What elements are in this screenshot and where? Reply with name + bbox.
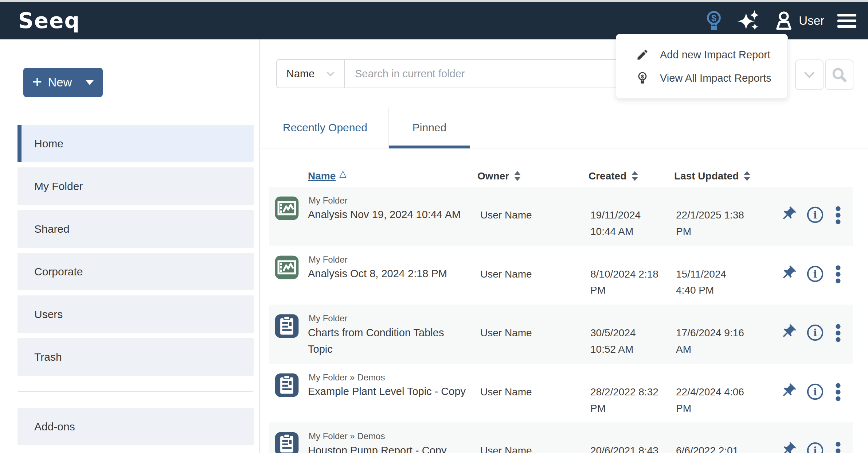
search-icon bbox=[831, 66, 848, 83]
sidebar-item-trash[interactable]: Trash bbox=[17, 338, 254, 376]
item-created: 8/10/2024 2:18 PM bbox=[589, 251, 674, 299]
info-icon: i bbox=[806, 324, 824, 342]
topic-icon bbox=[273, 313, 300, 341]
top-navbar: Seeq $ User bbox=[0, 0, 868, 39]
sidebar-item-users[interactable]: Users bbox=[17, 295, 254, 333]
info-button[interactable]: i bbox=[806, 206, 824, 224]
hamburger-menu-icon[interactable] bbox=[837, 12, 857, 29]
more-options-button[interactable] bbox=[834, 265, 842, 284]
info-button[interactable]: i bbox=[806, 441, 824, 453]
item-owner: User Name bbox=[477, 427, 589, 453]
pin-button[interactable] bbox=[780, 441, 797, 453]
impact-report-lightbulb-icon[interactable]: $ bbox=[703, 9, 724, 32]
new-button-label: New bbox=[48, 76, 72, 89]
new-button[interactable]: + New bbox=[23, 68, 103, 97]
item-name[interactable]: Example Plant Level Topic - Copy bbox=[308, 383, 468, 400]
pencil-icon bbox=[636, 48, 649, 61]
tab-recently-opened[interactable]: Recently Opened bbox=[276, 108, 388, 148]
sidebar-item-add-ons[interactable]: Add-ons bbox=[17, 408, 254, 445]
info-icon: i bbox=[806, 265, 824, 283]
user-menu[interactable]: User bbox=[773, 10, 824, 31]
item-updated: 22/1/2025 1:38 PM bbox=[674, 192, 765, 240]
sidebar: + New Home My Folder Shared Corporate Us… bbox=[0, 39, 260, 453]
topic-icon bbox=[273, 372, 300, 400]
item-name[interactable]: Charts from Condition Tables Topic bbox=[308, 325, 468, 357]
analysis-icon bbox=[273, 195, 300, 223]
item-created: 28/2/2022 8:32 PM bbox=[589, 369, 674, 417]
item-folder-path: My Folder bbox=[308, 195, 477, 206]
analysis-icon bbox=[273, 254, 300, 282]
pin-icon bbox=[780, 441, 797, 453]
sidebar-item-my-folder[interactable]: My Folder bbox=[17, 167, 254, 205]
table-row[interactable]: My Folder » Demos Houston Pump Report - … bbox=[269, 422, 853, 453]
table-row[interactable]: My Folder Analysis Oct 8, 2024 2:18 PM U… bbox=[269, 246, 853, 305]
column-header-created[interactable]: Created bbox=[589, 170, 674, 182]
sort-icon[interactable] bbox=[514, 171, 521, 182]
column-header-name[interactable]: Name△ bbox=[308, 170, 477, 182]
sort-icon[interactable] bbox=[632, 171, 638, 182]
item-name[interactable]: Houston Pump Report - Copy bbox=[308, 442, 468, 453]
info-icon: i bbox=[806, 206, 824, 224]
info-button[interactable]: i bbox=[806, 324, 824, 342]
navbar-actions: $ User bbox=[703, 9, 857, 32]
pin-icon bbox=[780, 383, 797, 399]
sidebar-item-corporate[interactable]: Corporate bbox=[17, 253, 254, 290]
pin-icon bbox=[780, 324, 797, 340]
item-updated: 6/6/2022 2:01 PM bbox=[674, 427, 765, 453]
menu-item-view-impact-reports[interactable]: $ View All Impact Reports bbox=[616, 66, 787, 90]
info-button[interactable]: i bbox=[806, 265, 824, 283]
item-owner: User Name bbox=[477, 369, 589, 417]
search-button[interactable] bbox=[825, 59, 853, 90]
column-header-last-updated[interactable]: Last Updated bbox=[674, 170, 751, 182]
svg-text:i: i bbox=[813, 327, 817, 339]
chevron-down-icon bbox=[802, 67, 817, 82]
svg-text:i: i bbox=[813, 386, 817, 398]
item-updated: 15/11/2024 4:40 PM bbox=[674, 251, 765, 299]
item-created: 19/11/2024 10:44 AM bbox=[589, 192, 674, 240]
pin-button[interactable] bbox=[780, 265, 797, 282]
table-body: My Folder Analysis Nov 19, 2024 10:44 AM… bbox=[269, 187, 853, 453]
info-icon: i bbox=[806, 441, 824, 453]
pin-button[interactable] bbox=[780, 324, 797, 340]
seeq-logo: Seeq bbox=[18, 8, 80, 33]
kebab-menu-icon bbox=[834, 265, 842, 284]
kebab-menu-icon bbox=[834, 383, 842, 402]
item-folder-path: My Folder bbox=[308, 254, 477, 266]
tab-bar: Recently Opened Pinned bbox=[261, 108, 868, 148]
impact-reports-menu: Add new Impact Report $ View All Impact … bbox=[616, 34, 788, 99]
pin-icon bbox=[780, 206, 797, 222]
more-options-button[interactable] bbox=[834, 324, 842, 342]
item-name[interactable]: Analysis Oct 8, 2024 2:18 PM bbox=[308, 266, 468, 282]
tab-pinned[interactable]: Pinned bbox=[389, 108, 470, 148]
item-owner: User Name bbox=[477, 192, 589, 240]
svg-text:i: i bbox=[813, 445, 817, 453]
column-header-owner[interactable]: Owner bbox=[477, 170, 589, 182]
sidebar-item-shared[interactable]: Shared bbox=[17, 210, 254, 248]
kebab-menu-icon bbox=[834, 324, 842, 342]
item-created: 30/5/2024 10:52 AM bbox=[589, 310, 674, 358]
item-name[interactable]: Analysis Nov 19, 2024 10:44 AM bbox=[308, 206, 468, 223]
info-button[interactable]: i bbox=[806, 383, 824, 401]
svg-text:$: $ bbox=[712, 13, 716, 23]
pin-button[interactable] bbox=[780, 206, 797, 222]
item-folder-path: My Folder » Demos bbox=[308, 430, 477, 442]
more-options-button[interactable] bbox=[834, 441, 842, 453]
search-filter-select[interactable]: Name bbox=[277, 60, 345, 88]
sort-icon[interactable] bbox=[744, 171, 750, 182]
pin-button[interactable] bbox=[780, 383, 797, 399]
main-content: Name Recently Opened Pinned Name bbox=[261, 39, 868, 453]
more-options-button[interactable] bbox=[834, 206, 842, 225]
table-row[interactable]: My Folder » Demos Example Plant Level To… bbox=[269, 364, 853, 423]
sidebar-nav: Home My Folder Shared Corporate Users Tr… bbox=[17, 125, 254, 450]
table-row[interactable]: My Folder Analysis Nov 19, 2024 10:44 AM… bbox=[269, 187, 853, 246]
table-row[interactable]: My Folder Charts from Condition Tables T… bbox=[269, 305, 853, 364]
more-options-button[interactable] bbox=[834, 383, 842, 402]
user-icon bbox=[773, 10, 794, 31]
impact-lightbulb-icon: $ bbox=[636, 71, 649, 85]
menu-item-add-impact-report[interactable]: Add new Impact Report bbox=[616, 43, 787, 66]
kebab-menu-icon bbox=[834, 441, 842, 453]
sidebar-item-home[interactable]: Home bbox=[17, 125, 254, 162]
ai-sparkles-icon[interactable] bbox=[737, 9, 761, 32]
table-header: Name△ Owner Created Last Updated bbox=[269, 153, 853, 187]
search-options-button[interactable] bbox=[795, 59, 824, 90]
